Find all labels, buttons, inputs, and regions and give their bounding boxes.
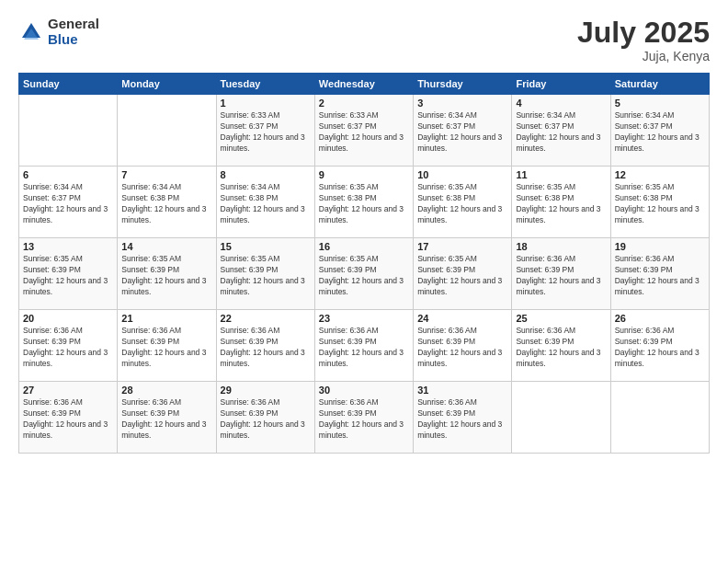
logo-icon (18, 19, 44, 45)
day-cell: 6Sunrise: 6:34 AM Sunset: 6:37 PM Daylig… (19, 167, 118, 238)
day-cell: 13Sunrise: 6:35 AM Sunset: 6:39 PM Dayli… (19, 238, 118, 310)
title-block: July 2025 Juja, Kenya (577, 17, 710, 63)
day-number: 9 (319, 169, 409, 180)
week-row: 20Sunrise: 6:36 AM Sunset: 6:39 PM Dayli… (19, 310, 710, 382)
day-cell: 30Sunrise: 6:36 AM Sunset: 6:39 PM Dayli… (314, 382, 413, 454)
day-cell: 17Sunrise: 6:35 AM Sunset: 6:39 PM Dayli… (414, 238, 512, 310)
day-info: Sunrise: 6:35 AM Sunset: 6:39 PM Dayligh… (23, 254, 113, 298)
day-cell: 20Sunrise: 6:36 AM Sunset: 6:39 PM Dayli… (19, 310, 118, 382)
day-cell: 2Sunrise: 6:33 AM Sunset: 6:37 PM Daylig… (314, 95, 413, 167)
logo-blue: Blue (48, 32, 99, 48)
day-number: 14 (121, 241, 211, 252)
day-info: Sunrise: 6:36 AM Sunset: 6:39 PM Dayligh… (121, 326, 211, 370)
weekday-header: Friday (512, 74, 610, 95)
month-year: July 2025 (577, 17, 710, 49)
calendar-body: 1Sunrise: 6:33 AM Sunset: 6:37 PM Daylig… (19, 95, 710, 454)
day-number: 17 (417, 241, 507, 252)
day-cell: 23Sunrise: 6:36 AM Sunset: 6:39 PM Dayli… (314, 310, 413, 382)
day-number: 7 (121, 169, 211, 180)
day-info: Sunrise: 6:34 AM Sunset: 6:37 PM Dayligh… (417, 110, 507, 155)
day-number: 10 (417, 169, 507, 180)
day-info: Sunrise: 6:35 AM Sunset: 6:39 PM Dayligh… (319, 254, 409, 298)
day-cell: 3Sunrise: 6:34 AM Sunset: 6:37 PM Daylig… (414, 95, 512, 167)
day-number: 4 (516, 98, 606, 109)
day-cell (118, 95, 216, 167)
day-info: Sunrise: 6:35 AM Sunset: 6:38 PM Dayligh… (615, 182, 705, 226)
calendar-thead: SundayMondayTuesdayWednesdayThursdayFrid… (19, 74, 710, 95)
day-cell (610, 382, 709, 454)
day-cell: 19Sunrise: 6:36 AM Sunset: 6:39 PM Dayli… (610, 238, 709, 310)
day-info: Sunrise: 6:36 AM Sunset: 6:39 PM Dayligh… (516, 254, 606, 298)
week-row: 13Sunrise: 6:35 AM Sunset: 6:39 PM Dayli… (19, 238, 710, 310)
logo-text: General Blue (48, 17, 99, 47)
day-info: Sunrise: 6:36 AM Sunset: 6:39 PM Dayligh… (615, 254, 705, 298)
day-number: 3 (417, 98, 507, 109)
day-info: Sunrise: 6:36 AM Sunset: 6:39 PM Dayligh… (319, 397, 409, 442)
week-row: 1Sunrise: 6:33 AM Sunset: 6:37 PM Daylig… (19, 95, 710, 167)
day-cell: 28Sunrise: 6:36 AM Sunset: 6:39 PM Dayli… (118, 382, 216, 454)
day-number: 23 (319, 313, 409, 324)
day-info: Sunrise: 6:35 AM Sunset: 6:39 PM Dayligh… (221, 254, 311, 298)
day-number: 8 (221, 169, 311, 180)
day-cell: 27Sunrise: 6:36 AM Sunset: 6:39 PM Dayli… (19, 382, 118, 454)
day-cell: 18Sunrise: 6:36 AM Sunset: 6:39 PM Dayli… (512, 238, 610, 310)
day-number: 15 (221, 241, 311, 252)
day-number: 30 (319, 385, 409, 396)
day-cell: 26Sunrise: 6:36 AM Sunset: 6:39 PM Dayli… (610, 310, 709, 382)
day-number: 26 (615, 313, 705, 324)
day-number: 1 (221, 98, 311, 109)
weekday-header: Monday (118, 74, 216, 95)
day-cell (512, 382, 610, 454)
day-info: Sunrise: 6:34 AM Sunset: 6:37 PM Dayligh… (516, 110, 606, 155)
day-cell: 16Sunrise: 6:35 AM Sunset: 6:39 PM Dayli… (314, 238, 413, 310)
weekday-header: Tuesday (216, 74, 314, 95)
day-number: 12 (615, 169, 705, 180)
day-cell: 7Sunrise: 6:34 AM Sunset: 6:38 PM Daylig… (118, 167, 216, 238)
day-number: 2 (319, 98, 409, 109)
day-info: Sunrise: 6:36 AM Sunset: 6:39 PM Dayligh… (417, 326, 507, 370)
week-row: 6Sunrise: 6:34 AM Sunset: 6:37 PM Daylig… (19, 167, 710, 238)
day-info: Sunrise: 6:34 AM Sunset: 6:37 PM Dayligh… (23, 182, 113, 226)
day-info: Sunrise: 6:36 AM Sunset: 6:39 PM Dayligh… (23, 397, 113, 442)
day-cell: 1Sunrise: 6:33 AM Sunset: 6:37 PM Daylig… (216, 95, 314, 167)
day-number: 5 (615, 98, 705, 109)
day-number: 18 (516, 241, 606, 252)
calendar-page: General Blue July 2025 Juja, Kenya Sunda… (0, 0, 728, 563)
day-cell: 12Sunrise: 6:35 AM Sunset: 6:38 PM Dayli… (610, 167, 709, 238)
day-info: Sunrise: 6:34 AM Sunset: 6:38 PM Dayligh… (221, 182, 311, 226)
day-info: Sunrise: 6:35 AM Sunset: 6:38 PM Dayligh… (319, 182, 409, 226)
day-number: 27 (23, 385, 113, 396)
day-number: 19 (615, 241, 705, 252)
day-cell: 15Sunrise: 6:35 AM Sunset: 6:39 PM Dayli… (216, 238, 314, 310)
day-info: Sunrise: 6:35 AM Sunset: 6:38 PM Dayligh… (516, 182, 606, 226)
day-info: Sunrise: 6:35 AM Sunset: 6:39 PM Dayligh… (417, 254, 507, 298)
weekday-header: Saturday (610, 74, 709, 95)
weekday-header: Wednesday (314, 74, 413, 95)
day-cell: 29Sunrise: 6:36 AM Sunset: 6:39 PM Dayli… (216, 382, 314, 454)
day-cell: 9Sunrise: 6:35 AM Sunset: 6:38 PM Daylig… (314, 167, 413, 238)
day-number: 21 (121, 313, 211, 324)
logo-general: General (48, 17, 99, 32)
day-number: 16 (319, 241, 409, 252)
day-info: Sunrise: 6:36 AM Sunset: 6:39 PM Dayligh… (23, 326, 113, 370)
day-number: 22 (221, 313, 311, 324)
day-info: Sunrise: 6:36 AM Sunset: 6:39 PM Dayligh… (516, 326, 606, 370)
weekday-header: Sunday (19, 74, 118, 95)
day-cell: 31Sunrise: 6:36 AM Sunset: 6:39 PM Dayli… (414, 382, 512, 454)
day-number: 28 (121, 385, 211, 396)
day-cell: 22Sunrise: 6:36 AM Sunset: 6:39 PM Dayli… (216, 310, 314, 382)
day-cell: 10Sunrise: 6:35 AM Sunset: 6:38 PM Dayli… (414, 167, 512, 238)
day-cell: 8Sunrise: 6:34 AM Sunset: 6:38 PM Daylig… (216, 167, 314, 238)
day-cell (19, 95, 118, 167)
day-info: Sunrise: 6:33 AM Sunset: 6:37 PM Dayligh… (221, 110, 311, 155)
day-number: 11 (516, 169, 606, 180)
day-info: Sunrise: 6:36 AM Sunset: 6:39 PM Dayligh… (417, 397, 507, 442)
header-row: SundayMondayTuesdayWednesdayThursdayFrid… (19, 74, 710, 95)
day-info: Sunrise: 6:35 AM Sunset: 6:39 PM Dayligh… (121, 254, 211, 298)
day-info: Sunrise: 6:36 AM Sunset: 6:39 PM Dayligh… (221, 397, 311, 442)
week-row: 27Sunrise: 6:36 AM Sunset: 6:39 PM Dayli… (19, 382, 710, 454)
calendar-table: SundayMondayTuesdayWednesdayThursdayFrid… (18, 73, 710, 454)
day-info: Sunrise: 6:35 AM Sunset: 6:38 PM Dayligh… (417, 182, 507, 226)
logo: General Blue (18, 17, 99, 47)
day-cell: 4Sunrise: 6:34 AM Sunset: 6:37 PM Daylig… (512, 95, 610, 167)
